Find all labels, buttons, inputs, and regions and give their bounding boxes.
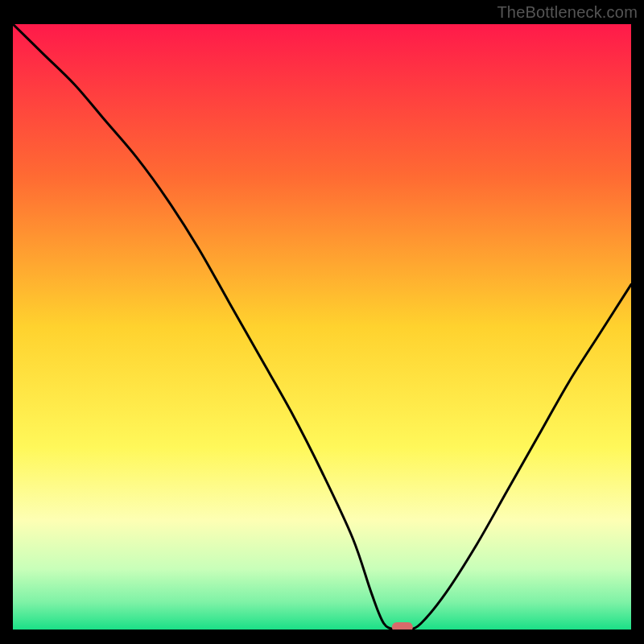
- chart-svg: [13, 24, 631, 630]
- chart-frame: TheBottleneck.com: [0, 0, 644, 644]
- optimal-marker: [392, 622, 413, 630]
- chart-background: [13, 24, 631, 630]
- chart-plot: [13, 24, 631, 630]
- watermark-label: TheBottleneck.com: [497, 3, 638, 22]
